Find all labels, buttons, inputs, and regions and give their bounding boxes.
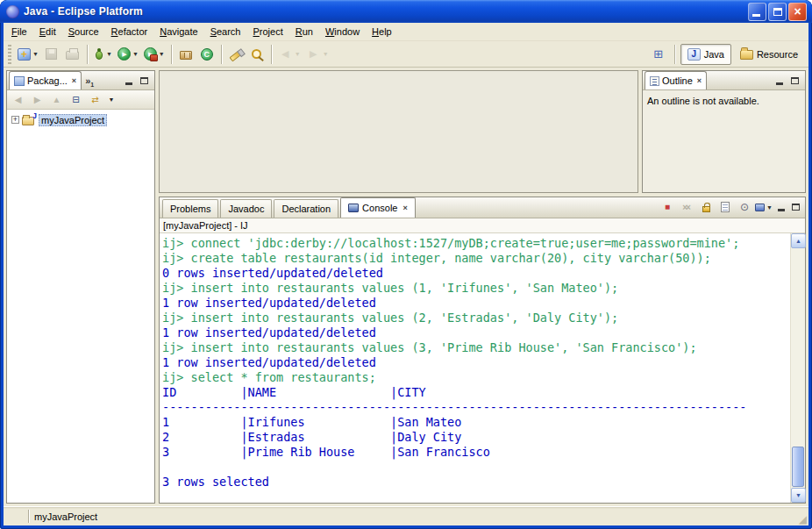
eclipse-window: Java - Eclipse Platform × FileEditSource… — [0, 0, 812, 529]
perspective-bar: ⊞ J Java Resource — [648, 44, 805, 65]
package-explorer-toolbar: ◀ ▶ ▲ ⊟ ⇄ ▼ — [7, 90, 154, 110]
close-button[interactable]: × — [788, 3, 807, 21]
dropdown-arrow-icon[interactable]: ▼ — [766, 204, 773, 211]
statusbar: myJavaProject ◢ — [4, 506, 808, 525]
dropdown-arrow-icon[interactable]: ▼ — [106, 51, 112, 57]
new-wizard-button[interactable]: + ▼ — [15, 44, 41, 65]
minimize-icon — [752, 14, 760, 17]
external-tools-button[interactable]: ▶ ▼ — [141, 44, 167, 65]
console-view-panel: Problems Javadoc Declaration Console × ■… — [159, 197, 806, 504]
tab-console[interactable]: Console × — [340, 197, 416, 218]
close-view-icon[interactable]: × — [697, 76, 702, 85]
open-type-button[interactable] — [246, 44, 267, 65]
package-explorer-tree: + J myJavaProject — [7, 110, 154, 503]
java-perspective-icon: J — [687, 48, 701, 61]
package-explorer-tab[interactable]: Packag... × — [9, 71, 82, 89]
dropdown-arrow-icon[interactable]: ▼ — [295, 51, 301, 57]
scrollbar-thumb[interactable] — [792, 447, 804, 487]
titlebar[interactable]: Java - Eclipse Platform × — [0, 0, 812, 23]
menu-item-edit[interactable]: Edit — [33, 24, 62, 39]
editor-area[interactable] — [159, 70, 638, 193]
maximize-view-button[interactable] — [789, 201, 802, 213]
menu-item-run[interactable]: Run — [289, 24, 319, 39]
menu-item-navigate[interactable]: Navigate — [153, 24, 203, 39]
perspective-resource-button[interactable]: Resource — [733, 44, 805, 65]
save-button[interactable] — [41, 44, 62, 65]
menu-item-window[interactable]: Window — [319, 24, 366, 39]
perspective-java-button[interactable]: J Java — [680, 44, 731, 65]
scroll-up-button[interactable]: ▲ — [791, 233, 806, 248]
package-explorer-panel: Packag... × » 1 ◀ ▶ ▲ ⊟ — [6, 70, 155, 504]
console-scrollbar[interactable]: ▲ ▼ — [790, 233, 805, 503]
debug-button[interactable]: ▼ — [91, 44, 115, 65]
run-button[interactable]: ▶ ▼ — [115, 44, 141, 65]
console-line: ij> select * from restaurants; — [162, 370, 790, 385]
console-output[interactable]: ij> connect 'jdbc:derby://localhost:1527… — [160, 233, 790, 503]
expand-toggle-icon[interactable]: + — [11, 116, 19, 124]
close-view-icon[interactable]: × — [402, 204, 407, 212]
tab-javadoc[interactable]: Javadoc — [220, 199, 272, 218]
outline-tab[interactable]: Outline × — [645, 71, 707, 89]
minimize-view-button[interactable] — [773, 75, 786, 87]
menu-item-search[interactable]: Search — [204, 24, 247, 39]
java-search-button[interactable] — [225, 44, 246, 65]
console-line: 1 row inserted/updated/deleted — [162, 355, 790, 370]
maximize-view-button[interactable] — [138, 75, 151, 87]
project-label[interactable]: myJavaProject — [39, 114, 107, 126]
remove-launches-button[interactable]: ×× — [678, 199, 695, 215]
run-icon: ▶ — [118, 47, 131, 61]
view-tab-overflow[interactable]: » 1 — [82, 75, 96, 89]
back-history-button[interactable]: ◀ — [10, 92, 26, 108]
resize-grip-icon[interactable]: ◢ — [799, 514, 807, 525]
dropdown-arrow-icon[interactable]: ▼ — [323, 51, 329, 57]
main-toolbar: + ▼ ▼ ▶ ▼ ▶ ▼ C — [4, 41, 808, 68]
collapse-all-button[interactable]: ⊟ — [68, 92, 84, 108]
outline-tab-label: Outline — [662, 75, 693, 86]
tab-declaration[interactable]: Declaration — [274, 199, 338, 218]
go-up-button[interactable]: ▲ — [48, 92, 65, 108]
java-project-icon: J — [22, 114, 36, 126]
clear-console-button[interactable] — [716, 199, 734, 215]
minimize-view-button[interactable] — [774, 201, 787, 213]
link-with-editor-button[interactable]: ⇄ — [87, 92, 103, 108]
scroll-lock-button[interactable] — [697, 199, 715, 215]
toolbar-grip[interactable] — [8, 45, 11, 64]
menu-item-source[interactable]: Source — [62, 24, 105, 39]
status-project-label: myJavaProject — [34, 511, 97, 522]
panel-controls — [773, 75, 803, 89]
terminate-icon: ■ — [665, 203, 670, 211]
menu-item-file[interactable]: File — [5, 24, 33, 39]
back-icon: ◀ — [278, 47, 293, 61]
minimize-button[interactable] — [748, 3, 766, 21]
minimize-view-button[interactable] — [122, 75, 135, 87]
window-body: FileEditSourceRefactorNavigateSearchProj… — [4, 23, 808, 525]
pin-console-button[interactable]: ⊙ — [736, 199, 753, 215]
menu-item-project[interactable]: Project — [247, 24, 289, 39]
menu-item-refactor[interactable]: Refactor — [105, 24, 154, 39]
menu-item-help[interactable]: Help — [366, 24, 398, 39]
terminate-button[interactable]: ■ — [659, 199, 676, 215]
maximize-button[interactable] — [768, 3, 787, 21]
forward-button[interactable]: ▶ ▼ — [303, 44, 331, 65]
print-button[interactable] — [62, 44, 83, 65]
console-line: ij> create table restaurants(id integer,… — [162, 251, 790, 266]
scroll-down-button[interactable]: ▼ — [791, 488, 806, 503]
new-class-button[interactable]: C — [196, 44, 217, 65]
view-menu-button[interactable]: ▼ — [106, 92, 117, 108]
maximize-view-button[interactable] — [788, 75, 801, 87]
open-console-button[interactable]: ▼ — [755, 199, 773, 215]
dropdown-arrow-icon[interactable]: ▼ — [32, 51, 39, 57]
dropdown-arrow-icon[interactable]: ▼ — [132, 51, 139, 57]
forward-history-button[interactable]: ▶ — [29, 92, 46, 108]
toolbar-separator — [674, 45, 675, 64]
dropdown-arrow-icon[interactable]: ▼ — [159, 51, 165, 57]
close-view-icon[interactable]: × — [72, 76, 76, 85]
tree-item-myjavaproject[interactable]: + J myJavaProject — [9, 112, 153, 127]
open-perspective-button[interactable]: ⊞ — [648, 44, 669, 65]
tab-problems[interactable]: Problems — [162, 199, 218, 218]
console-line: 1 row inserted/updated/deleted — [162, 296, 790, 311]
back-button[interactable]: ◀ ▼ — [275, 44, 303, 65]
resource-perspective-label: Resource — [757, 49, 798, 60]
new-package-button[interactable] — [175, 44, 196, 65]
console-line: 3 |Prime Rib House |San Francisco — [162, 445, 790, 460]
